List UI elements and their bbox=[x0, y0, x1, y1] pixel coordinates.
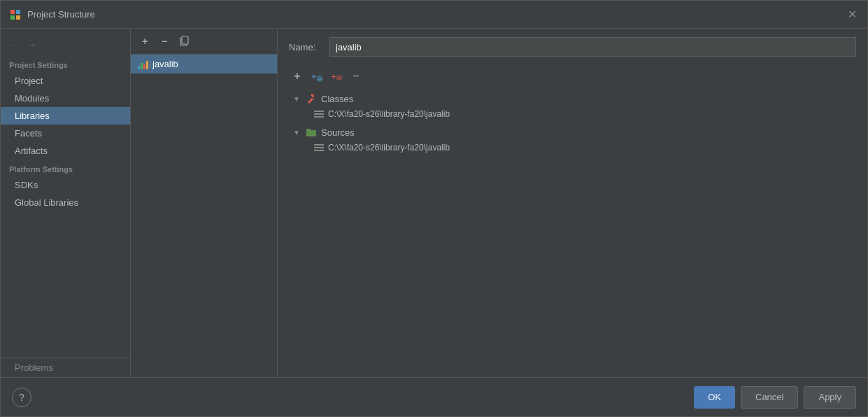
project-settings-header: Project Settings bbox=[1, 55, 130, 72]
dialog-buttons: OK Cancel Apply bbox=[694, 386, 856, 409]
sources-label: Sources bbox=[321, 127, 355, 138]
svg-rect-11 bbox=[311, 94, 315, 98]
right-panel: Name: + + ⊕ + − bbox=[278, 29, 867, 377]
help-button[interactable]: ? bbox=[12, 388, 31, 407]
close-button[interactable]: ✕ bbox=[845, 8, 859, 22]
middle-toolbar: + − bbox=[131, 29, 277, 55]
name-row: Name: bbox=[289, 37, 856, 57]
chevron-down-icon: ▼ bbox=[293, 95, 301, 103]
right-toolbar: + + ⊕ + − bbox=[289, 68, 856, 85]
app-icon bbox=[9, 8, 22, 21]
sidebar-item-problems[interactable]: Problems bbox=[1, 358, 130, 377]
library-name: javalib bbox=[152, 59, 178, 69]
svg-text:+: + bbox=[331, 71, 336, 82]
add-alt-button[interactable]: + bbox=[328, 68, 345, 85]
tree-group-classes: ▼ Classes C:\X\fa20-s26 bbox=[289, 90, 856, 121]
sources-path: C:\X\fa20-s26\library-fa20\javalib bbox=[328, 143, 450, 153]
sidebar-bottom: Problems bbox=[1, 358, 130, 377]
sidebar-item-project[interactable]: Project bbox=[1, 72, 130, 90]
sidebar-item-global-libraries[interactable]: Global Libraries bbox=[1, 194, 130, 211]
platform-settings-header: Platform Settings bbox=[1, 160, 130, 176]
tree-group-classes-header[interactable]: ▼ Classes bbox=[289, 90, 856, 107]
add-spec-root-button[interactable]: + ⊕ bbox=[308, 68, 325, 85]
library-bar-chart-icon bbox=[138, 59, 148, 69]
add-root-button[interactable]: + bbox=[289, 68, 306, 85]
back-button[interactable]: ← bbox=[6, 37, 22, 52]
project-structure-dialog: Project Structure ✕ ← → Project Settings… bbox=[0, 0, 868, 417]
svg-rect-2 bbox=[10, 15, 15, 20]
tree-group-sources-header[interactable]: ▼ Sources bbox=[289, 124, 856, 141]
add-library-button[interactable]: + bbox=[136, 33, 153, 50]
svg-text:+: + bbox=[311, 71, 317, 82]
tree-container: ▼ Classes C:\X\fa20-s26 bbox=[289, 90, 856, 369]
classes-path: C:\X\fa20-s26\library-fa20\javalib bbox=[328, 109, 450, 119]
library-javalib[interactable]: javalib bbox=[131, 55, 277, 73]
path-lines-icon-2 bbox=[314, 144, 324, 151]
chevron-down-icon-2: ▼ bbox=[293, 129, 301, 136]
name-input[interactable] bbox=[329, 37, 856, 57]
sidebar: ← → Project Settings Project Modules Lib… bbox=[1, 29, 131, 377]
sidebar-item-artifacts[interactable]: Artifacts bbox=[1, 142, 130, 160]
remove-root-button[interactable]: − bbox=[348, 68, 364, 85]
svg-rect-1 bbox=[16, 10, 20, 14]
title-bar: Project Structure ✕ bbox=[1, 1, 867, 29]
sidebar-item-sdks[interactable]: SDKs bbox=[1, 176, 130, 194]
copy-library-button[interactable] bbox=[176, 33, 192, 50]
hammer-icon bbox=[306, 93, 317, 104]
svg-rect-5 bbox=[182, 36, 188, 44]
sources-path-item: C:\X\fa20-s26\library-fa20\javalib bbox=[289, 141, 856, 155]
dialog-title: Project Structure bbox=[27, 9, 845, 20]
bottom-bar: ? OK Cancel Apply bbox=[1, 377, 867, 416]
sidebar-item-libraries[interactable]: Libraries bbox=[1, 107, 130, 125]
svg-rect-3 bbox=[16, 15, 20, 20]
sidebar-item-modules[interactable]: Modules bbox=[1, 90, 130, 107]
forward-button[interactable]: → bbox=[24, 37, 40, 52]
ok-button[interactable]: OK bbox=[694, 386, 735, 409]
tree-group-sources: ▼ Sources C:\X\fa20-s26\library-fa20\jav bbox=[289, 124, 856, 155]
middle-panel: + − javalib bbox=[131, 29, 278, 377]
svg-text:⊕: ⊕ bbox=[318, 76, 322, 83]
name-label: Name: bbox=[289, 42, 324, 52]
remove-library-button[interactable]: − bbox=[156, 33, 173, 50]
path-lines-icon bbox=[314, 111, 324, 118]
classes-path-item: C:\X\fa20-s26\library-fa20\javalib bbox=[289, 107, 856, 121]
sidebar-nav: ← → bbox=[1, 34, 130, 55]
apply-button[interactable]: Apply bbox=[804, 386, 856, 409]
classes-label: Classes bbox=[321, 94, 353, 104]
svg-rect-10 bbox=[336, 76, 342, 80]
svg-rect-0 bbox=[10, 10, 15, 14]
main-content: ← → Project Settings Project Modules Lib… bbox=[1, 29, 867, 377]
cancel-button[interactable]: Cancel bbox=[741, 386, 798, 409]
sidebar-item-facets[interactable]: Facets bbox=[1, 125, 130, 142]
folder-icon bbox=[306, 127, 317, 138]
